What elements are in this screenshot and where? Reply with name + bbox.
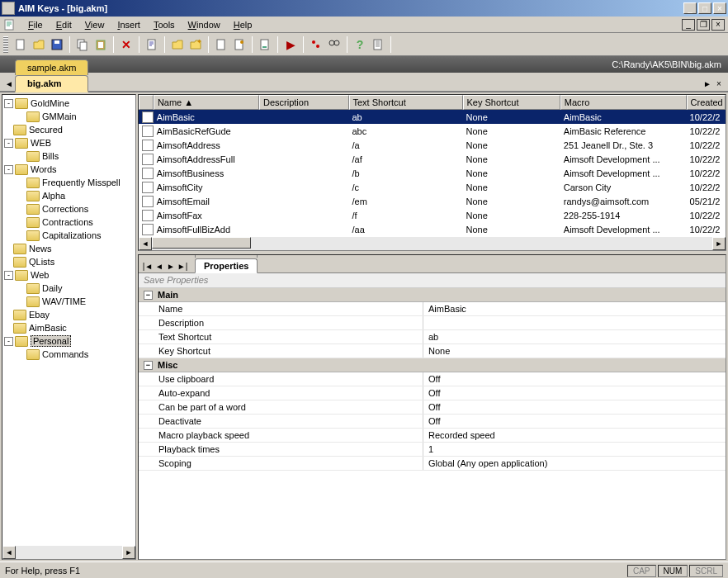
delete-button[interactable]: ✕ [117, 36, 135, 54]
grid-row[interactable]: AimsoftFullBizAdd/aaNoneAimsoft Developm… [139, 222, 726, 236]
grid-row[interactable]: AimsoftCity/cNoneCarson City10/22/2 [139, 180, 726, 194]
prop-value[interactable]: Off [423, 372, 726, 386]
menu-help[interactable]: Help [227, 18, 259, 31]
menu-view[interactable]: View [78, 18, 111, 31]
tree-node-wav-time[interactable]: WAV/TIME [4, 295, 134, 308]
prop-section-main[interactable]: −Main [139, 288, 726, 302]
maximize-button[interactable]: □ [698, 2, 711, 14]
tree-node-daily[interactable]: Daily [4, 282, 134, 295]
column-header-key-shortcut[interactable]: Key Shortcut [463, 95, 560, 110]
tree-node-secured[interactable]: Secured [4, 123, 134, 136]
grid-row[interactable]: AimsoftEmail/emNonerandys@aimsoft.com05/… [139, 194, 726, 208]
prop-value[interactable] [423, 316, 726, 329]
list-button[interactable] [369, 36, 387, 54]
prop-row[interactable]: Key ShortcutNone [139, 344, 726, 358]
find-button[interactable] [325, 36, 343, 54]
prop-row[interactable]: Use clipboardOff [139, 372, 726, 386]
prop-value[interactable]: None [423, 344, 726, 358]
doc2-button[interactable] [230, 36, 248, 54]
grid-scroll-thumb[interactable] [152, 237, 251, 249]
grid-hscrollbar[interactable]: ◄ ► [139, 237, 726, 250]
menu-file[interactable]: File [21, 18, 50, 31]
toolbar-grip[interactable] [3, 36, 8, 53]
tree-node-qlists[interactable]: QLists [4, 255, 134, 268]
menu-tools[interactable]: Tools [147, 18, 182, 31]
mdi-restore-button[interactable]: ❐ [697, 19, 710, 31]
tree-node-goldmine[interactable]: -GoldMine [4, 97, 134, 110]
close-button[interactable]: × [713, 2, 726, 14]
detail-tab-edit[interactable]: Edit [195, 254, 258, 258]
tab-scroll-left[interactable]: ◄ [3, 76, 15, 91]
help-button[interactable]: ? [351, 36, 369, 54]
doc3-button[interactable] [256, 36, 274, 54]
open-button[interactable] [30, 36, 48, 54]
detail-nav-first[interactable]: |◄ [142, 259, 154, 272]
prop-value[interactable]: Off [423, 400, 726, 414]
detail-tab-properties[interactable]: Properties [195, 258, 258, 273]
column-header-created[interactable]: Created [687, 95, 726, 110]
tree-node-news[interactable]: News [4, 242, 134, 255]
expand-toggle[interactable]: - [4, 165, 13, 174]
grid-row[interactable]: AimsoftAddress/aNone251 Jeanell Dr., Ste… [139, 138, 726, 152]
tab-close[interactable]: × [713, 76, 725, 91]
menu-window[interactable]: Window [182, 18, 227, 31]
tree-node-words[interactable]: -Words [4, 163, 134, 176]
folder-sparkle-button[interactable]: ✦ [187, 36, 205, 54]
expand-toggle[interactable]: - [4, 337, 13, 346]
scroll-left-button[interactable]: ◄ [2, 546, 16, 559]
prop-row[interactable]: Description [139, 316, 726, 330]
grid-row[interactable]: AimsoftFax/fNone228-255-191410/22/2 [139, 208, 726, 222]
prop-row[interactable]: Macro playback speedRecorded speed [139, 429, 726, 443]
folder-tree[interactable]: -GoldMineGMMainSecured-WEBBills-WordsFre… [2, 95, 135, 546]
grid-row[interactable]: AimBasicabNoneAimBasic10/22/2 [139, 110, 726, 124]
menu-edit[interactable]: Edit [50, 18, 78, 31]
mdi-close-button[interactable]: × [711, 19, 725, 31]
expand-toggle[interactable]: - [4, 139, 13, 148]
column-header-description[interactable]: Description [259, 95, 348, 110]
grid-row[interactable]: AimsoftAddressFull/afNoneAimsoft Develop… [139, 152, 726, 166]
column-header-name[interactable]: Name ▲ [154, 95, 259, 110]
tree-node-gmmain[interactable]: GMMain [4, 110, 134, 123]
tree-node-web[interactable]: -Web [4, 268, 134, 282]
column-header-macro[interactable]: Macro [560, 95, 687, 110]
column-header-text-shortcut[interactable]: Text Shortcut [349, 95, 463, 110]
record-button[interactable] [307, 36, 325, 54]
tree-node-commands[interactable]: Commands [4, 348, 134, 361]
expand-toggle[interactable]: - [4, 99, 13, 108]
tree-node-bills[interactable]: Bills [4, 149, 134, 163]
prop-row[interactable]: Can be part of a wordOff [139, 400, 726, 415]
minimize-button[interactable]: _ [683, 2, 697, 14]
play-button[interactable]: ▶ [281, 36, 300, 54]
tree-node-capitalizations[interactable]: Capitalizations [4, 229, 134, 242]
tree-node-personal[interactable]: -Personal [4, 334, 134, 348]
mdi-minimize-button[interactable]: _ [682, 19, 695, 31]
new-button[interactable] [12, 36, 30, 54]
prop-row[interactable]: NameAimBasic [139, 302, 726, 316]
new-folder-button[interactable] [168, 36, 187, 54]
grid-row[interactable]: AimsoftBusiness/bNoneAimsoft Development… [139, 166, 726, 180]
prop-value[interactable]: Global (Any open application) [423, 457, 726, 470]
doc-tab-sample-akm[interactable]: sample.akm [15, 59, 88, 75]
detail-toolbar[interactable]: Save Properties [139, 273, 726, 288]
tree-node-web[interactable]: -WEB [4, 136, 134, 149]
grid-row[interactable]: AimBasicRefGudeabcNoneAimBasic Reference… [139, 124, 726, 138]
tree-node-frequently-misspell[interactable]: Frequently Misspell [4, 176, 134, 189]
tree-node-ebay[interactable]: Ebay [4, 308, 134, 321]
tree-node-aimbasic[interactable]: AimBasic [4, 321, 134, 334]
menu-insert[interactable]: Insert [111, 18, 147, 31]
property-grid[interactable]: −MainNameAimBasicDescriptionText Shortcu… [139, 288, 726, 559]
tree-node-corrections[interactable]: Corrections [4, 202, 134, 216]
prop-value[interactable]: Recorded speed [423, 429, 726, 442]
collapse-toggle[interactable]: − [144, 361, 153, 370]
prop-row[interactable]: Text Shortcutab [139, 330, 726, 344]
prop-row[interactable]: DeactivateOff [139, 415, 726, 429]
detail-nav-last[interactable]: ►| [177, 259, 188, 272]
tree-node-alpha[interactable]: Alpha [4, 189, 134, 202]
copy-button[interactable] [73, 36, 92, 54]
paste-button[interactable] [92, 36, 110, 54]
prop-value[interactable]: AimBasic [423, 302, 726, 315]
prop-row[interactable]: Playback times1 [139, 443, 726, 457]
prop-row[interactable]: Auto-expandOff [139, 386, 726, 400]
expand-toggle[interactable]: - [4, 271, 13, 280]
doc-tab-big-akm[interactable]: big.akm [15, 75, 88, 92]
